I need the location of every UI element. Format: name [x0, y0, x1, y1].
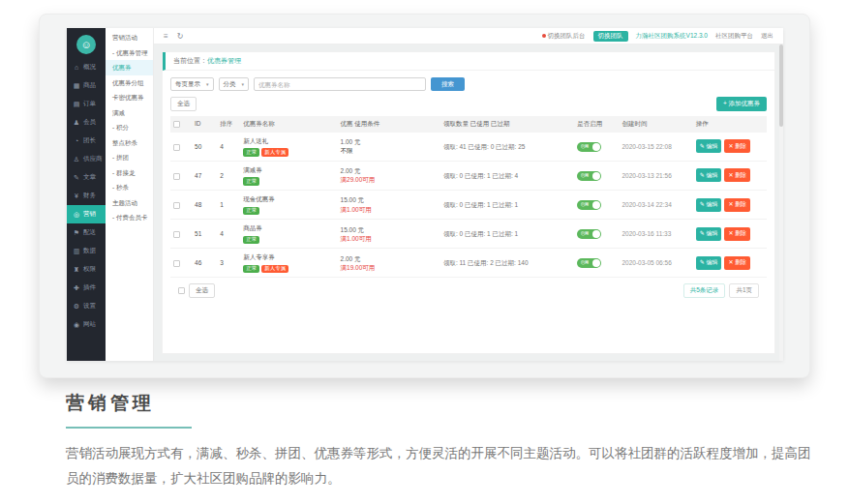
per-page-select[interactable]: 每页显示▾: [170, 77, 214, 91]
delete-button[interactable]: ✕ 删除: [724, 256, 750, 270]
delete-button[interactable]: ✕ 删除: [724, 227, 750, 241]
category-select[interactable]: 分类▾: [219, 77, 250, 91]
sidebar-item-orders[interactable]: ▤订单: [67, 95, 106, 113]
toggle-label: 启用: [580, 260, 589, 266]
coupon-stats: 领取: 0 已使用: 1 已过期: 1: [440, 190, 574, 219]
sidebar-item-plugins[interactable]: ✚插件: [67, 279, 106, 297]
submenu-item-points[interactable]: - 积分: [106, 120, 153, 135]
sidebar-item-settings[interactable]: ⚙设置: [67, 297, 106, 315]
submenu-item-group-chain[interactable]: - 群接龙: [106, 165, 153, 181]
row-checkbox[interactable]: [173, 202, 180, 209]
enable-toggle[interactable]: 启用: [577, 200, 601, 210]
edit-label: 编辑: [706, 259, 717, 265]
coupon-name: 现金优惠券: [243, 194, 334, 203]
row-checkbox[interactable]: [173, 231, 180, 238]
delete-button[interactable]: ✕ 删除: [724, 198, 750, 212]
category-value: 分类: [224, 80, 236, 89]
sidebar-item-members[interactable]: ♟会员: [67, 113, 106, 132]
sidebar-item-marketing[interactable]: ◎营销: [67, 205, 106, 223]
row-checkbox[interactable]: [173, 260, 180, 267]
sidebar-item-finance[interactable]: ¥财务: [67, 187, 106, 205]
cell-id: 46: [192, 249, 217, 278]
enable-toggle[interactable]: 启用: [577, 142, 601, 152]
enable-toggle[interactable]: 启用: [577, 229, 601, 239]
edit-icon: ✎: [700, 259, 705, 265]
submenu-item-hourly-flash-sale[interactable]: 整点秒杀: [106, 135, 153, 151]
edit-button[interactable]: ✎ 编辑: [696, 168, 722, 182]
per-page-value: 每页显示: [175, 80, 200, 89]
enable-toggle[interactable]: 启用: [577, 171, 601, 181]
delete-label: 删除: [735, 143, 746, 149]
status-badge: 正常: [243, 207, 259, 216]
edit-icon: ✎: [700, 143, 705, 149]
status-badge: 正常: [243, 236, 259, 245]
leader-icon: ◔: [73, 137, 80, 144]
select-all-button[interactable]: 全选: [189, 283, 215, 298]
switch-team-backend-link[interactable]: 切换团队后台: [542, 32, 586, 41]
secondary-sidebar: 营销活动 - 优惠券管理 优惠券 优惠券分组 卡密优惠券 满减 - 积分 整点秒…: [106, 28, 154, 361]
coupon-condition: 满29.00可用: [341, 175, 438, 184]
delete-button[interactable]: ✕ 删除: [724, 139, 750, 153]
submenu-item-marketing-activities[interactable]: 营销活动: [106, 30, 153, 45]
edit-button[interactable]: ✎ 编辑: [696, 256, 722, 270]
edit-button[interactable]: ✎ 编辑: [696, 139, 722, 153]
select-all-checkbox[interactable]: [173, 121, 180, 128]
edit-button[interactable]: ✎ 编辑: [696, 227, 722, 241]
menu-toggle-icon[interactable]: ≡: [164, 32, 168, 41]
sidebar-item-website[interactable]: ◉网站: [67, 315, 106, 334]
submenu-item-paid-membership[interactable]: - 付费会员卡: [106, 210, 153, 225]
add-coupon-button[interactable]: + 添加优惠券: [716, 97, 767, 111]
submenu-item-flash-sale[interactable]: - 秒杀: [106, 180, 153, 195]
submenu-item-coupon-groups[interactable]: 优惠券分组: [106, 75, 153, 91]
sidebar-item-articles[interactable]: ✎文章: [67, 168, 106, 187]
sidebar-item-suppliers[interactable]: ♙供应商: [67, 150, 106, 168]
sidebar-item-delivery[interactable]: ⚑配送: [67, 223, 106, 242]
table-footer: 全选 共5条记录 共1页: [170, 278, 767, 304]
row-checkbox[interactable]: [173, 144, 180, 151]
refresh-icon[interactable]: ↻: [177, 32, 184, 41]
edit-label: 编辑: [706, 143, 717, 149]
sidebar-item-data[interactable]: ▥数据: [67, 242, 106, 260]
delete-icon: ✕: [728, 143, 733, 149]
select-all-button[interactable]: 全选: [170, 97, 197, 111]
platform-link[interactable]: 社区团购平台: [715, 32, 753, 41]
coupon-name: 商品券: [243, 223, 334, 232]
coupon-condition: 不限: [341, 146, 438, 155]
submenu-item-group-buy[interactable]: - 拼团: [106, 150, 153, 165]
table-row: 46 3 新人专享券 正常新人专属 2.00 元 满19.00可用 领取: 11…: [170, 249, 767, 278]
sidebar-item-permissions[interactable]: ♜权限: [67, 260, 106, 279]
chevron-down-icon: ▾: [242, 81, 245, 87]
coupon-name-input[interactable]: [254, 77, 426, 91]
row-checkbox[interactable]: [173, 173, 180, 180]
submenu-item-code-coupons[interactable]: 卡密优惠券: [106, 90, 153, 105]
sidebar-item-leaders[interactable]: ◔团长: [67, 132, 106, 150]
submenu-item-full-reduction[interactable]: 满减: [106, 105, 153, 121]
sidebar-item-goods[interactable]: ▦商品: [67, 76, 106, 95]
delete-button[interactable]: ✕ 删除: [724, 168, 750, 182]
enable-toggle[interactable]: 启用: [577, 258, 601, 268]
switch-team-badge[interactable]: 切换团队: [593, 31, 628, 42]
scrollbar[interactable]: [779, 44, 783, 361]
coupon-amount: 1.00 元: [341, 137, 438, 146]
sidebar-item-label: 概况: [83, 63, 96, 72]
edit-button[interactable]: ✎ 编辑: [696, 198, 722, 212]
cell-id: 48: [192, 190, 217, 219]
submenu-item-theme-activities[interactable]: 主题活动: [106, 195, 153, 211]
select-all-checkbox[interactable]: [178, 287, 185, 294]
delete-icon: ✕: [728, 172, 733, 178]
submenu-item-coupon-management[interactable]: - 优惠券管理: [106, 45, 153, 61]
sidebar-item-label: 营销: [83, 210, 96, 219]
caption-section: 营销管理 营销活动展现方式有，满减、秒杀、拼团、优惠券等形式，方便灵活的开展不同…: [66, 391, 820, 492]
title-underline: [66, 427, 192, 429]
edit-icon: ✎: [700, 230, 705, 236]
scrollbar-thumb[interactable]: [779, 44, 783, 127]
search-button[interactable]: 搜索: [431, 77, 465, 91]
toggle-knob: [592, 143, 600, 151]
breadcrumb: 当前位置：优惠券管理: [163, 52, 774, 71]
coupon-amount: 2.00 元: [341, 254, 438, 263]
submenu-item-coupons[interactable]: 优惠券: [106, 60, 153, 75]
sidebar-item-overview[interactable]: ⌂概况: [67, 58, 106, 76]
status-badge: 正常: [243, 148, 259, 157]
avatar[interactable]: ☺: [76, 35, 96, 54]
logout-link[interactable]: 退出: [761, 32, 773, 41]
